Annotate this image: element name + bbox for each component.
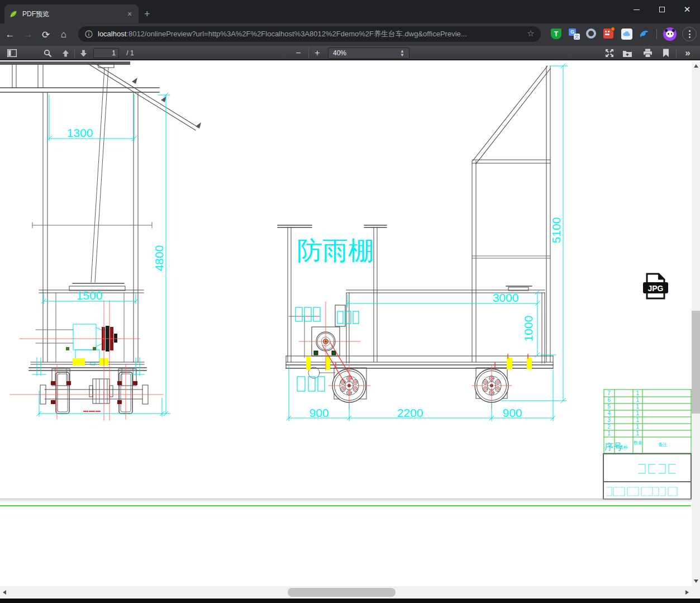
toolbar-divider (656, 29, 657, 39)
notification-badge (611, 27, 615, 31)
svg-text:1: 1 (636, 410, 639, 416)
scrollbar-corner (692, 586, 700, 599)
open-file-icon[interactable] (620, 46, 635, 60)
svg-text:2: 2 (607, 424, 611, 430)
info-icon[interactable] (85, 30, 93, 38)
dimension-label-1500: 1500 (77, 289, 103, 302)
dimension-label-1000: 1000 (522, 316, 535, 342)
page-up-icon[interactable] (58, 46, 73, 60)
pdf-page: 1300 4800 1500 (0, 61, 692, 586)
window-minimize-button[interactable] (628, 3, 645, 16)
dimension-label-1300: 1300 (67, 126, 93, 139)
jpg-file-icon: JPG (643, 274, 668, 298)
jpg-label: JPG (647, 284, 663, 293)
page-count-label: / 1 (122, 46, 139, 60)
dimension-label-3000: 3000 (493, 291, 519, 304)
svg-text:3: 3 (607, 417, 611, 423)
svg-text:1: 1 (636, 430, 639, 436)
svg-text:4: 4 (607, 410, 611, 416)
bookmark-star-icon[interactable]: ☆ (525, 29, 536, 40)
svg-text:1: 1 (636, 397, 639, 403)
pdf-viewer-toolbar: / 1 − + 40% ▲▼ » (0, 46, 700, 60)
url-host: localhost (98, 30, 126, 38)
scroll-left-icon[interactable] (3, 590, 6, 595)
bird-extension-icon[interactable] (639, 29, 650, 40)
bom-header-name: 名称 (619, 445, 628, 450)
home-button[interactable]: ⌂ (58, 29, 69, 40)
page-down-icon[interactable] (76, 46, 91, 60)
page-number-input[interactable] (93, 48, 119, 58)
forward-button[interactable]: → (22, 29, 34, 40)
vertical-scrollbar[interactable] (692, 61, 700, 586)
svg-text:1: 1 (636, 424, 639, 430)
select-spinner-icon: ▲▼ (400, 49, 404, 57)
cad-front-view (0, 61, 201, 414)
zoom-in-button[interactable]: + (311, 46, 324, 60)
zoom-out-button[interactable]: − (292, 46, 305, 60)
more-tools-icon[interactable]: » (679, 46, 696, 60)
tab-pdf-preview[interactable]: PDF预览 × (4, 4, 139, 23)
spring-leaf-favicon (9, 10, 18, 18)
url-path: :8012/onlinePreview?url=http%3A%2F%2Floc… (126, 30, 466, 38)
window-maximize-button[interactable] (654, 3, 670, 16)
dimension-label-4800: 4800 (153, 245, 165, 272)
sidebar-toggle-icon[interactable] (4, 46, 19, 60)
svg-text:5: 5 (607, 403, 611, 410)
bookmark-icon[interactable] (659, 46, 673, 60)
bom-table: 71 61 51 41 31 21 11 序号 名称 数量 备注 (604, 390, 691, 453)
print-icon[interactable] (640, 46, 655, 60)
cad-side-view (278, 66, 553, 399)
cad-drawing: 1300 4800 1500 (0, 61, 692, 586)
tab-title: PDF预览 (22, 10, 125, 19)
svg-text:1: 1 (636, 417, 639, 423)
tab-close-icon[interactable]: × (125, 10, 134, 18)
rain-shed-label: 防雨棚 (297, 236, 374, 265)
svg-text:1: 1 (636, 390, 639, 396)
title-block (0, 454, 692, 506)
front-view-centerlines (10, 301, 163, 420)
browser-menu-icon[interactable] (682, 27, 697, 41)
svg-text:1: 1 (636, 403, 639, 410)
horizontal-scrollbar-thumb[interactable] (288, 588, 396, 597)
zoom-level-select[interactable]: 40% ▲▼ (328, 48, 409, 59)
scroll-down-icon[interactable] (694, 580, 698, 583)
back-button[interactable]: ← (4, 29, 16, 40)
tab-strip: PDF预览 × + ✕ (0, 0, 700, 23)
search-icon[interactable] (40, 46, 55, 60)
dimension-label-900-right: 900 (502, 406, 522, 419)
scroll-right-icon[interactable] (685, 590, 689, 595)
bom-header-qty: 数量 (634, 440, 642, 445)
new-tab-button[interactable]: + (144, 9, 150, 19)
svg-text:1: 1 (607, 430, 611, 436)
vertical-scrollbar-thumb[interactable] (692, 311, 700, 414)
presentation-mode-icon[interactable] (602, 46, 617, 60)
svg-text:6: 6 (607, 397, 611, 403)
extension-icon-with-badge[interactable] (603, 29, 613, 39)
zoom-level-value: 40% (333, 49, 346, 57)
cloud-extension-icon[interactable] (621, 29, 632, 40)
dimension-label-900-left: 900 (309, 406, 328, 419)
browser-window: PDF预览 × + ✕ ← → ⟳ ⌂ localhost:8012/onlin… (0, 0, 700, 603)
scroll-up-icon[interactable] (694, 64, 698, 68)
profile-avatar[interactable] (663, 27, 677, 41)
horizontal-scrollbar[interactable] (0, 586, 692, 599)
svg-text:7: 7 (607, 390, 611, 396)
reload-button[interactable]: ⟳ (40, 29, 51, 40)
translate-extension-icon[interactable]: G 文 (569, 29, 580, 40)
dimension-label-5100: 5100 (550, 217, 563, 244)
proxy-extension-icon[interactable] (586, 29, 596, 39)
bom-header-remark: 备注 (658, 442, 667, 447)
dimension-label-2200: 2200 (397, 406, 423, 419)
window-close-button[interactable]: ✕ (679, 3, 696, 16)
url-bar[interactable]: localhost:8012/onlinePreview?url=http%3A… (78, 26, 541, 42)
window-bottom-edge (0, 599, 700, 603)
tampermonkey-extension-icon[interactable]: T (551, 29, 561, 39)
